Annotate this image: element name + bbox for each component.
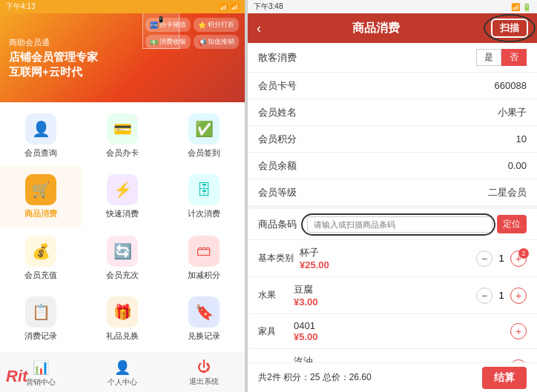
exchange-record-icon: 🔖 xyxy=(188,296,220,328)
personal-label: 个人中心 xyxy=(108,377,137,388)
nav-personal[interactable]: 👤 个人中心 xyxy=(82,356,163,391)
left-time: 下午4:13 xyxy=(6,1,35,12)
marketing-icon: 📊 xyxy=(33,359,49,376)
exchange-record-label: 兑换记录 xyxy=(188,330,220,342)
banner-icon-4: 📢知值推销 xyxy=(194,35,239,49)
sidebar-item-member-recharge[interactable]: 💰 会员充值 xyxy=(0,227,82,289)
member-recharge-icon: 💰 xyxy=(25,236,56,267)
sidebar-item-member-sign[interactable]: ✅ 会员签到 xyxy=(163,105,245,167)
member-query-label: 会员查询 xyxy=(24,147,57,159)
guest-consume-label: 散客消费 xyxy=(258,51,303,64)
form-section: 散客消费 是 否 会员卡号 660088 会员姓名 小果子 会员积分 10 会员… xyxy=(248,43,537,206)
fast-consume-icon: ⚡ xyxy=(107,174,138,205)
member-level-row: 会员等级 二星会员 xyxy=(248,179,537,206)
scan-btn-wrapper: 扫描 xyxy=(491,19,528,38)
summary-text: 共2件 积分：25 总价：26.60 xyxy=(258,371,372,384)
item-name: 汽油 xyxy=(294,355,504,362)
item-details: 汽油 ¥12.00 xyxy=(294,355,504,362)
sidebar-item-member-card[interactable]: 💳 会员办卡 xyxy=(82,105,163,167)
member-name-label: 会员姓名 xyxy=(258,106,303,119)
item-price: ¥5.00 xyxy=(294,331,504,342)
barcode-input-wrap xyxy=(307,216,492,233)
sidebar-item-times-consume[interactable]: 🗄 计次消费 xyxy=(163,167,245,228)
card-no-value: 660088 xyxy=(495,80,527,91)
grid-menu: 👤 会员查询 💳 会员办卡 ✅ 会员签到 🛒 商品消费 ⚡ 快速消费 🗄 计次消… xyxy=(0,102,245,353)
increase-button[interactable]: + xyxy=(510,288,527,304)
sidebar-item-fast-consume[interactable]: ⚡ 快速消费 xyxy=(82,167,163,228)
fast-consume-label: 快速消费 xyxy=(106,208,139,219)
back-button[interactable]: ‹ xyxy=(257,21,261,36)
decrease-button[interactable]: − xyxy=(476,250,492,267)
item-qty: 1 xyxy=(495,253,507,264)
scan-button[interactable]: 扫描 xyxy=(491,19,528,38)
add-points-label: 加减积分 xyxy=(188,270,220,281)
phone-decoration: 📱 xyxy=(142,13,179,49)
guest-consume-toggle: 是 否 xyxy=(476,49,527,66)
banner: 商助会员通 店铺会员管理专家 互联网+云时代 🏧办卡储值 ⭐积分打折 📱 💵消 xyxy=(0,13,245,102)
sidebar-item-member-recharge2[interactable]: 🔄 会员充次 xyxy=(82,227,163,289)
card-no-label: 会员卡号 xyxy=(258,79,303,93)
member-name-row: 会员姓名 小果子 xyxy=(248,99,537,126)
member-level-value: 二星会员 xyxy=(488,186,527,199)
item-price: ¥25.00 xyxy=(300,259,470,270)
member-balance-value: 0.00 xyxy=(508,160,527,171)
sidebar-item-product-consume[interactable]: 🛒 商品消费 xyxy=(0,167,82,228)
item-qty: 1 xyxy=(495,290,507,301)
left-signal-icons: 📶 📶 xyxy=(219,3,239,11)
bottom-logo-text: Rit xyxy=(6,367,27,386)
add-only-button[interactable]: + xyxy=(510,323,527,339)
item-details: 豆腐 ¥3.00 xyxy=(294,283,470,308)
banner-subtitle: 商助会员通 xyxy=(9,37,98,48)
sidebar-item-consume-record[interactable]: 📋 消费记录 xyxy=(0,289,82,351)
bottom-nav: 📊 营销中心 👤 个人中心 ⏻ 退出系统 xyxy=(0,353,245,392)
marketing-label: 营销中心 xyxy=(26,377,56,388)
card-no-row: 会员卡号 660088 xyxy=(248,73,537,99)
times-consume-label: 计次消费 xyxy=(188,208,220,219)
member-balance-label: 会员余额 xyxy=(258,159,303,173)
member-sign-icon: ✅ xyxy=(188,113,220,144)
checkout-button[interactable]: 结算 xyxy=(482,367,527,389)
item-badge: 2 xyxy=(518,248,529,259)
member-points-row: 会员积分 10 xyxy=(248,126,537,153)
barcode-input[interactable] xyxy=(307,216,492,233)
item-category: 水果 xyxy=(258,289,288,302)
item-controls: − 1 + 2 xyxy=(476,250,527,267)
toggle-no[interactable]: 否 xyxy=(501,49,527,66)
list-item: 水果 豆腐 ¥3.00 − 1 + xyxy=(248,277,537,314)
guest-consume-row: 散客消费 是 否 xyxy=(248,43,537,73)
sidebar-item-add-points[interactable]: 🗃 加减积分 xyxy=(163,227,245,289)
consume-record-label: 消费记录 xyxy=(24,330,57,342)
add-points-icon: 🗃 xyxy=(188,236,220,267)
left-status-bar: 下午4:13 📶 📶 xyxy=(0,0,245,13)
item-category: 基本类别 xyxy=(258,252,294,265)
right-signal-icons: 📶 🔋 xyxy=(511,3,531,11)
left-panel: 下午4:13 📶 📶 商助会员通 店铺会员管理专家 互联网+云时代 🏧办卡储值 … xyxy=(0,0,245,392)
list-item: 家具 0401 ¥5.00 + xyxy=(248,314,537,349)
list-item: 酒类 汽油 ¥12.00 + xyxy=(248,349,537,362)
decrease-button[interactable]: − xyxy=(476,288,492,304)
banner-title: 店铺会员管理专家 互联网+云时代 xyxy=(9,50,98,79)
increase-button[interactable]: + 2 xyxy=(510,250,527,267)
bottom-summary: 共2件 积分：25 总价：26.60 结算 xyxy=(248,362,537,392)
logout-icon: ⏻ xyxy=(197,359,211,375)
right-header: ‹ 商品消费 扫描 xyxy=(248,13,537,43)
item-name: 0401 xyxy=(294,320,504,331)
gift-exchange-icon: 🎁 xyxy=(107,296,138,328)
nav-logout[interactable]: ⏻ 退出系统 xyxy=(163,356,245,391)
member-balance-row: 会员余额 0.00 xyxy=(248,153,537,179)
locate-button[interactable]: 定位 xyxy=(497,215,527,233)
item-details: 杯子 ¥25.00 xyxy=(300,246,470,270)
sidebar-item-member-query[interactable]: 👤 会员查询 xyxy=(0,105,82,167)
member-points-label: 会员积分 xyxy=(258,133,303,146)
member-sign-label: 会员签到 xyxy=(188,147,220,159)
page-title: 商品消费 xyxy=(352,21,400,36)
item-controls: − 1 + xyxy=(476,288,527,304)
item-price: ¥3.00 xyxy=(294,296,470,308)
right-time: 下午3:48 xyxy=(254,1,283,12)
right-status-bar: 下午3:48 📶 🔋 xyxy=(248,0,537,13)
item-name: 杯子 xyxy=(300,246,470,259)
times-consume-icon: 🗄 xyxy=(188,174,220,205)
sidebar-item-gift-exchange[interactable]: 🎁 礼品兑换 xyxy=(82,289,163,351)
toggle-yes[interactable]: 是 xyxy=(476,49,501,66)
sidebar-item-exchange-record[interactable]: 🔖 兑换记录 xyxy=(163,289,245,351)
